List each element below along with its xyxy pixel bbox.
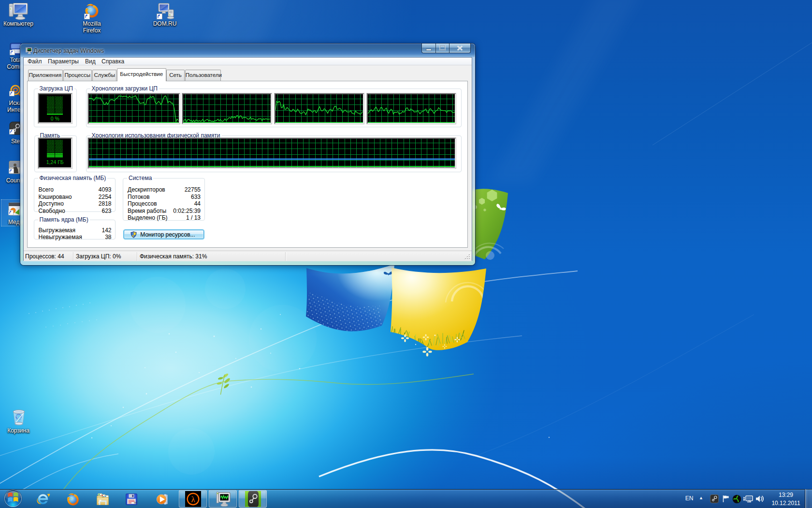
svg-text:64: 64 (134, 501, 137, 504)
svg-text:λ: λ (191, 495, 195, 504)
